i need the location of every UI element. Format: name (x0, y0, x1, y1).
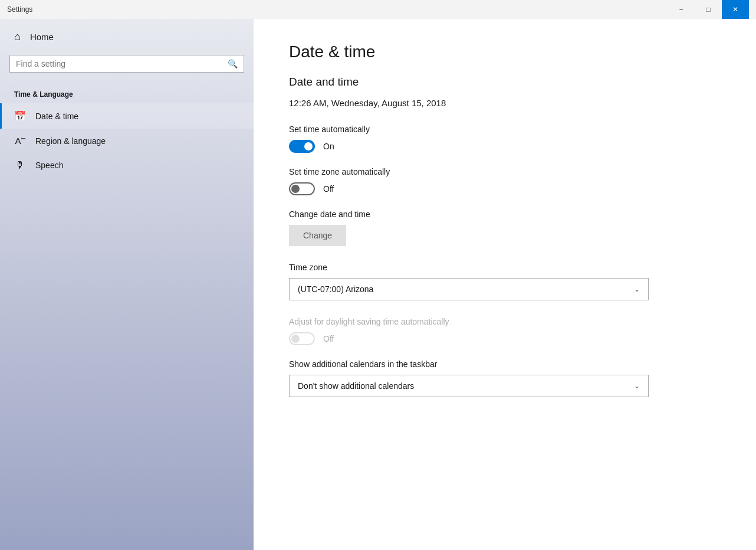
change-date-time-label: Change date and time (289, 209, 721, 219)
search-icon: 🔍 (228, 59, 238, 68)
additional-calendars-value: Don't show additional calendars (298, 381, 414, 391)
set-time-auto-state: On (323, 142, 334, 151)
daylight-label: Adjust for daylight saving time automati… (289, 317, 721, 326)
page-title: Date & time (289, 42, 721, 61)
maximize-button[interactable]: □ (695, 0, 722, 19)
additional-calendars-dropdown[interactable]: Don't show additional calendars ⌄ (289, 375, 649, 397)
sidebar-speech-label: Speech (35, 161, 63, 170)
sidebar: ⌂ Home 🔍 Time & Language 📅 Date & time A… (0, 19, 254, 550)
timezone-dropdown[interactable]: (UTC-07:00) Arizona ⌄ (289, 278, 649, 300)
set-timezone-auto-label: Set time zone automatically (289, 167, 721, 176)
home-icon: ⌂ (14, 31, 21, 43)
sidebar-section-title: Time & Language (0, 84, 254, 103)
app-title: Settings (7, 5, 32, 14)
window-controls: − □ ✕ (668, 0, 749, 19)
set-timezone-auto-toggle[interactable] (289, 182, 315, 195)
set-timezone-auto-thumb (291, 185, 300, 193)
content-area: Date & time Date and time 12:26 AM, Wedn… (254, 19, 756, 550)
date-time-icon: 📅 (14, 110, 26, 122)
sidebar-home[interactable]: ⌂ Home (0, 19, 254, 55)
sidebar-home-label: Home (30, 32, 54, 42)
sidebar-search-box[interactable]: 🔍 (9, 55, 244, 73)
close-button[interactable]: ✕ (722, 0, 749, 19)
chevron-down-icon: ⌄ (634, 285, 640, 293)
daylight-state: Off (323, 334, 334, 343)
daylight-row: Off (289, 332, 721, 345)
search-input[interactable] (16, 59, 223, 68)
daylight-thumb (291, 335, 300, 343)
set-timezone-auto-state: Off (323, 184, 334, 194)
sidebar-region-label: Region & language (35, 136, 106, 146)
sidebar-item-region-language[interactable]: A𝄩 Region & language (0, 129, 254, 153)
timezone-label: Time zone (289, 263, 721, 272)
speech-icon: 🎙 (14, 160, 26, 171)
daylight-toggle[interactable] (289, 332, 315, 345)
minimize-button[interactable]: − (668, 0, 695, 19)
current-datetime: 12:26 AM, Wednesday, August 15, 2018 (289, 98, 721, 108)
chevron-down-icon-2: ⌄ (634, 382, 640, 390)
set-time-auto-thumb (304, 142, 313, 150)
additional-calendars-label: Show additional calendars in the taskbar (289, 359, 721, 369)
set-time-auto-row: On (289, 140, 721, 153)
sidebar-item-speech[interactable]: 🎙 Speech (0, 153, 254, 178)
timezone-value: (UTC-07:00) Arizona (298, 284, 373, 294)
titlebar: Settings − □ ✕ (0, 0, 756, 19)
set-time-auto-label: Set time automatically (289, 125, 721, 134)
sidebar-item-date-time[interactable]: 📅 Date & time (0, 103, 254, 129)
daylight-track (289, 332, 315, 345)
set-timezone-auto-row: Off (289, 182, 721, 195)
change-button[interactable]: Change (289, 225, 346, 246)
set-time-auto-track (289, 140, 315, 153)
sidebar-date-time-label: Date & time (35, 112, 78, 121)
section-title: Date and time (289, 76, 721, 89)
region-language-icon: A𝄩 (14, 136, 26, 146)
set-time-auto-toggle[interactable] (289, 140, 315, 153)
set-timezone-auto-track (289, 182, 315, 195)
app-body: ⌂ Home 🔍 Time & Language 📅 Date & time A… (0, 19, 756, 550)
